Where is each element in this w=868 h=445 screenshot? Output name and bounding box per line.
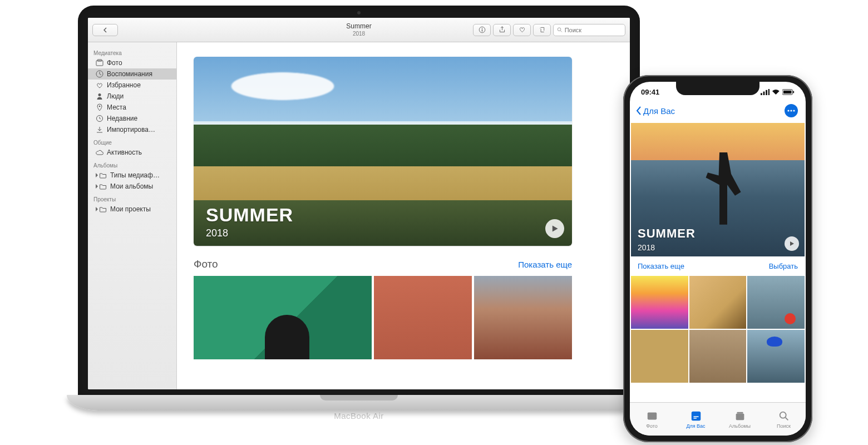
iphone-screen: 09:41 Для Вас SUMMER 2018 — [630, 82, 806, 436]
macbook-base — [67, 395, 651, 411]
photo-thumbnail[interactable] — [747, 330, 805, 383]
window-title: Summer — [346, 22, 371, 30]
svg-rect-13 — [768, 89, 770, 95]
macbook-bezel: Summer 2018 — [78, 6, 640, 395]
ios-more-button[interactable] — [785, 104, 798, 117]
svg-rect-21 — [691, 411, 701, 421]
svg-point-24 — [780, 412, 786, 418]
window-subtitle: 2018 — [346, 31, 371, 37]
sidebar-item-favorites[interactable]: Избранное — [88, 80, 176, 91]
iphone-notch — [676, 82, 760, 95]
svg-point-3 — [558, 28, 561, 31]
more-icon — [787, 110, 795, 112]
tab-label: Альбомы — [729, 423, 751, 429]
ios-select-link[interactable]: Выбрать — [769, 262, 798, 270]
ios-play-button[interactable] — [785, 236, 799, 251]
memory-hero-card[interactable]: SUMMER 2018 — [194, 57, 572, 246]
main-content: SUMMER 2018 Фото Показать еще — [177, 42, 630, 389]
disclosure-triangle-icon[interactable] — [96, 184, 98, 189]
sidebar-item-my-albums[interactable]: Мои альбомы — [88, 181, 176, 192]
iphone-bezel: 09:41 Для Вас SUMMER 2018 — [623, 75, 812, 442]
sidebar-item-people[interactable]: Люди — [88, 91, 176, 102]
macbook-label: MacBook Air — [334, 411, 384, 421]
svg-point-1 — [481, 28, 482, 29]
tab-photos[interactable]: Фото — [630, 410, 674, 429]
rotate-button[interactable] — [533, 24, 551, 36]
svg-rect-20 — [647, 412, 657, 419]
svg-point-17 — [787, 110, 789, 111]
ios-memory-title: SUMMER — [638, 226, 696, 241]
hero-figure — [704, 152, 743, 225]
svg-rect-15 — [783, 90, 792, 93]
photo-thumbnails — [194, 276, 572, 359]
svg-rect-12 — [766, 90, 767, 95]
sidebar-item-recent[interactable]: Недавние — [88, 113, 176, 124]
sidebar-item-label: Люди — [107, 92, 124, 100]
info-icon — [479, 26, 486, 33]
play-icon — [551, 225, 559, 233]
sidebar-item-my-projects[interactable]: Мои проекты — [88, 204, 176, 215]
memory-title: SUMMER — [206, 204, 293, 226]
ios-tab-bar: Фото Для Вас Альбомы Поиск — [630, 402, 806, 436]
ios-memory-hero[interactable]: SUMMER 2018 — [631, 123, 805, 256]
rotate-icon — [539, 26, 546, 33]
ios-back-button[interactable]: Для Вас — [635, 106, 675, 116]
sidebar-item-memories[interactable]: Воспоминания — [88, 68, 176, 80]
folder-icon — [99, 171, 107, 179]
play-button[interactable] — [545, 219, 564, 238]
photo-thumbnail[interactable] — [631, 330, 688, 383]
macbook-device: Summer 2018 — [67, 6, 651, 439]
photo-thumbnail[interactable] — [689, 330, 747, 383]
sidebar-item-photos[interactable]: Фото — [88, 57, 176, 68]
sidebar-item-places[interactable]: Места — [88, 102, 176, 113]
search-field[interactable] — [553, 24, 625, 36]
tab-albums[interactable]: Альбомы — [718, 410, 762, 429]
sidebar-section-projects: Проекты — [88, 192, 176, 204]
info-button[interactable] — [473, 24, 491, 36]
battery-icon — [782, 89, 795, 95]
disclosure-triangle-icon[interactable] — [96, 207, 98, 211]
ios-action-row: Показать еще Выбрать — [630, 256, 806, 276]
favorite-button[interactable] — [513, 24, 531, 36]
photos-tab-icon — [646, 410, 658, 422]
sidebar-item-label: Активность — [107, 149, 142, 156]
sidebar-item-label: Импортирова… — [107, 126, 155, 134]
photo-thumbnail[interactable] — [747, 276, 805, 329]
back-button[interactable] — [92, 24, 118, 36]
show-more-link[interactable]: Показать еще — [518, 260, 572, 269]
tab-for-you[interactable]: Для Вас — [674, 410, 718, 429]
svg-point-19 — [793, 110, 795, 111]
window-titlebar: Summer 2018 — [88, 18, 630, 42]
svg-point-18 — [790, 110, 792, 111]
ios-show-more-link[interactable]: Показать еще — [638, 262, 684, 270]
app-body: Медиатека Фото Воспоминания Избранное — [88, 42, 630, 389]
photo-thumbnail[interactable] — [194, 276, 372, 359]
chevron-left-icon — [102, 27, 108, 33]
photo-thumbnail[interactable] — [374, 276, 472, 359]
photo-thumbnail[interactable] — [474, 276, 572, 359]
toolbar-right — [473, 24, 625, 36]
ios-nav-bar: Для Вас — [630, 102, 806, 123]
share-button[interactable] — [493, 24, 511, 36]
sidebar-item-label: Воспоминания — [107, 70, 152, 78]
photo-thumbnail[interactable] — [631, 276, 688, 329]
memories-icon — [96, 70, 103, 78]
tab-search[interactable]: Поиск — [762, 410, 806, 429]
sidebar-item-label: Места — [107, 103, 126, 111]
search-tab-icon — [778, 410, 790, 422]
search-input[interactable] — [565, 27, 622, 33]
photos-section-header: Фото Показать еще — [194, 258, 572, 270]
photo-thumbnail[interactable] — [689, 276, 747, 329]
heart-icon — [96, 81, 103, 89]
cellular-icon — [761, 89, 770, 95]
disclosure-triangle-icon[interactable] — [96, 173, 98, 177]
sidebar-item-label: Мои проекты — [110, 205, 151, 213]
ios-memory-year: 2018 — [638, 243, 655, 252]
foryou-tab-icon — [690, 410, 702, 422]
share-icon — [499, 26, 506, 33]
svg-point-8 — [99, 106, 101, 107]
sidebar-item-media-types[interactable]: Типы медиаф… — [88, 170, 176, 181]
sidebar-item-activity[interactable]: Активность — [88, 147, 176, 158]
cloud-icon — [96, 149, 103, 156]
sidebar-item-imports[interactable]: Импортирова… — [88, 124, 176, 135]
